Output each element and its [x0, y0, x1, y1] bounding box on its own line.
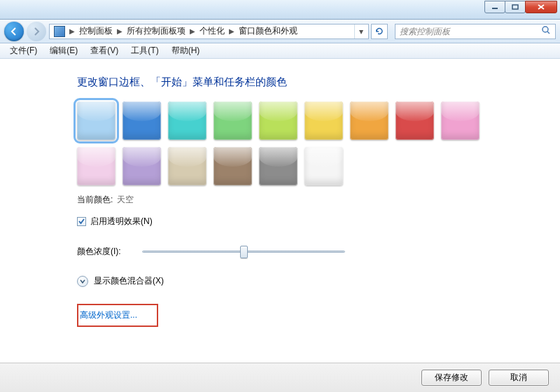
back-button[interactable]: [4, 22, 24, 41]
intensity-slider[interactable]: [142, 244, 345, 258]
breadcrumb[interactable]: 个性化: [197, 24, 227, 38]
close-button[interactable]: [525, 1, 557, 13]
color-swatch[interactable]: [304, 147, 343, 186]
address-bar[interactable]: ▶ 控制面板 ▶ 所有控制面板项 ▶ 个性化 ▶ 窗口颜色和外观 ▾: [49, 24, 369, 39]
intensity-row: 颜色浓度(I):: [77, 244, 560, 258]
mixer-expander[interactable]: [77, 276, 88, 287]
color-swatch[interactable]: [259, 147, 298, 186]
advanced-link-highlight: 高级外观设置...: [77, 304, 158, 327]
advanced-settings-link[interactable]: 高级外观设置...: [80, 310, 137, 320]
color-swatch[interactable]: [122, 147, 161, 186]
transparency-row: 启用透明效果(N): [77, 216, 560, 227]
control-panel-icon: [54, 26, 65, 37]
search-input[interactable]: [400, 27, 541, 36]
breadcrumb[interactable]: 窗口颜色和外观: [236, 24, 300, 38]
color-swatch[interactable]: [259, 102, 298, 140]
intensity-label: 颜色浓度(I):: [77, 246, 121, 258]
chevron-right-icon: ▶: [227, 27, 236, 35]
svg-rect-0: [492, 8, 498, 9]
window-titlebar: [0, 0, 560, 20]
menu-view[interactable]: 查看(V): [85, 43, 124, 58]
transparency-label: 启用透明效果(N): [90, 216, 153, 227]
window-buttons: [485, 1, 557, 13]
menu-tools[interactable]: 工具(T): [125, 43, 164, 58]
navigation-bar: ▶ 控制面板 ▶ 所有控制面板项 ▶ 个性化 ▶ 窗口颜色和外观 ▾: [0, 20, 560, 43]
color-swatch[interactable]: [396, 102, 434, 140]
menu-edit[interactable]: 编辑(E): [44, 43, 83, 58]
address-dropdown[interactable]: ▾: [354, 24, 367, 38]
transparency-checkbox[interactable]: [77, 217, 86, 226]
current-color-label: 当前颜色:: [77, 194, 113, 206]
color-swatch[interactable]: [122, 102, 161, 140]
color-swatch[interactable]: [77, 147, 115, 186]
arrow-left-icon: [9, 27, 19, 36]
maximize-icon: [512, 4, 519, 10]
save-button[interactable]: 保存修改: [421, 370, 482, 386]
color-swatch-grid: [77, 102, 483, 186]
color-swatch[interactable]: [168, 147, 206, 186]
minimize-button[interactable]: [484, 1, 505, 13]
breadcrumb[interactable]: 所有控制面板项: [124, 24, 188, 38]
close-icon: [538, 4, 545, 10]
color-swatch[interactable]: [441, 102, 479, 140]
footer-bar: 保存修改 取消: [0, 363, 560, 392]
page-title: 更改窗口边框、「开始」菜单和任务栏的颜色: [77, 76, 560, 89]
breadcrumb[interactable]: 控制面板: [76, 24, 115, 38]
color-swatch[interactable]: [168, 102, 206, 140]
mixer-label: 显示颜色混合器(X): [94, 275, 164, 287]
current-color-value: 天空: [117, 194, 134, 206]
cancel-button[interactable]: 取消: [489, 370, 549, 386]
svg-rect-1: [512, 5, 518, 9]
chevron-right-icon: ▶: [68, 27, 76, 35]
search-box[interactable]: [395, 24, 556, 39]
svg-point-2: [542, 27, 548, 32]
checkmark-icon: [78, 218, 85, 225]
mixer-row: 显示颜色混合器(X): [77, 275, 560, 287]
menu-help[interactable]: 帮助(H): [166, 43, 206, 58]
maximize-button[interactable]: [505, 1, 526, 13]
refresh-button[interactable]: [371, 24, 388, 39]
refresh-icon: [374, 27, 384, 36]
chevron-right-icon: ▶: [188, 27, 197, 35]
arrow-right-icon: [31, 27, 41, 36]
forward-button[interactable]: [27, 22, 46, 41]
color-swatch[interactable]: [214, 147, 252, 186]
color-swatch[interactable]: [350, 102, 388, 140]
chevron-right-icon: ▶: [115, 27, 124, 35]
menu-file[interactable]: 文件(F): [4, 43, 43, 58]
minimize-icon: [491, 4, 498, 10]
chevron-down-icon: [80, 279, 85, 284]
slider-thumb[interactable]: [240, 246, 248, 258]
color-swatch[interactable]: [304, 102, 343, 140]
color-swatch[interactable]: [214, 102, 252, 140]
current-color-row: 当前颜色: 天空: [77, 194, 560, 206]
content-area: 更改窗口边框、「开始」菜单和任务栏的颜色 当前颜色: 天空 启用透明效果(N) …: [0, 59, 560, 327]
menu-bar: 文件(F) 编辑(E) 查看(V) 工具(T) 帮助(H): [0, 43, 560, 59]
search-icon: [541, 25, 551, 37]
color-swatch[interactable]: [77, 102, 115, 140]
